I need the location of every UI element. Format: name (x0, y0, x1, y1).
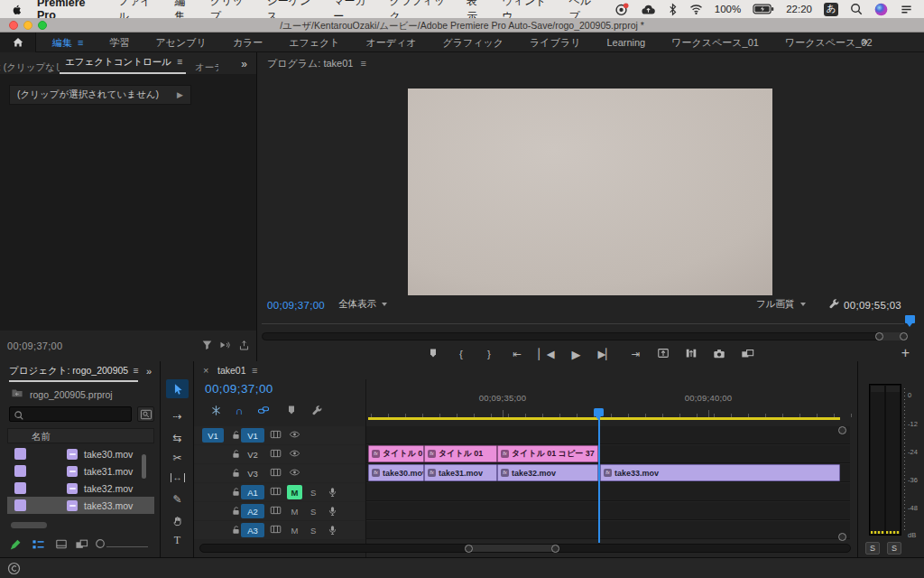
title-clip[interactable]: fxタイトル 01 (424, 445, 497, 462)
workspace-tab-8[interactable]: Learning (606, 37, 645, 48)
workspace-tab-2[interactable]: アセンブリ (155, 36, 206, 50)
video-clip[interactable]: fxtake32.mov (497, 464, 598, 481)
timeline-zoom-handle-left[interactable] (465, 545, 473, 553)
solo-button-A2[interactable]: S (310, 507, 316, 517)
workspace-tab-6[interactable]: グラフィック (443, 36, 504, 50)
snap-icon[interactable]: ∩ (236, 405, 244, 417)
comparison-view-icon[interactable] (741, 348, 754, 361)
track-height-handle-top[interactable] (838, 426, 846, 434)
workspace-tab-3[interactable]: カラー (233, 36, 263, 50)
razor-tool[interactable]: ✂ (166, 448, 189, 467)
ripple-edit-tool[interactable]: ⇆ (166, 428, 189, 447)
project-item-row[interactable]: take32.mov (7, 480, 154, 497)
tab-project[interactable]: プロジェクト: rogo_200905≡ (9, 365, 138, 382)
panel-menu-icon[interactable]: ≡ (360, 58, 365, 69)
fx-badge-icon[interactable]: fx (604, 469, 612, 477)
go-to-in-icon[interactable]: ⇤ (511, 348, 523, 360)
timeline-timecode[interactable]: 00;09;37;00 (205, 382, 273, 396)
program-monitor-title[interactable]: プログラム: take01≡ (267, 57, 366, 70)
selection-tool[interactable] (166, 379, 189, 398)
sync-lock-icon[interactable] (270, 449, 282, 458)
fx-badge-icon[interactable]: fx (372, 469, 380, 477)
track-target-A1[interactable]: A1 (241, 485, 264, 499)
tab-audio-clip-mixer[interactable]: オーディオクリップミキサー (195, 61, 218, 74)
track-lock-icon[interactable] (231, 506, 241, 516)
program-settings-icon[interactable] (828, 298, 840, 310)
tab-effect-controls[interactable]: エフェクトコントロール≡ (60, 56, 186, 74)
video-clip[interactable]: fxtake30.mov (368, 464, 424, 481)
project-item-row[interactable]: take31.mov (7, 462, 154, 480)
program-playhead[interactable] (905, 315, 915, 323)
audio-lane-A3[interactable] (366, 521, 850, 539)
zoom-handle-left[interactable] (875, 332, 883, 340)
battery-charging-icon[interactable] (753, 4, 774, 14)
tab-source-monitor[interactable]: ソース: (クリップなし) (0, 61, 60, 74)
mark-out-icon[interactable]: } (483, 349, 495, 359)
ime-badge[interactable]: あ (824, 3, 838, 16)
title-clip[interactable]: fxタイトル 0 (368, 445, 424, 462)
close-sequence-icon[interactable]: × (203, 365, 208, 376)
solo-button-A1[interactable]: S (310, 488, 316, 498)
project-list-header[interactable]: 名前 (7, 428, 154, 443)
sync-lock-icon[interactable] (270, 430, 282, 439)
voiceover-record-icon[interactable] (328, 487, 337, 498)
project-item-row[interactable]: take33.mov (7, 497, 154, 514)
work-area-bar[interactable] (368, 417, 840, 420)
track-target-V3[interactable]: V3 (241, 466, 264, 480)
fx-badge-icon[interactable]: fx (501, 469, 509, 477)
playback-quality-dropdown[interactable]: フル画質 (756, 298, 806, 311)
lift-icon[interactable] (657, 347, 670, 361)
timeline-ruler[interactable]: 00;09;35;0000;09;40;00 (365, 381, 857, 417)
fx-badge-icon[interactable]: fx (501, 450, 509, 458)
track-lock-icon[interactable] (231, 468, 241, 478)
timeline-settings-icon[interactable] (311, 405, 323, 416)
project-breadcrumb[interactable]: rogo_200905.prproj (30, 389, 113, 400)
workspace-tab-9[interactable]: ワークスペース_01 (671, 36, 759, 50)
label-color-chip[interactable] (14, 465, 26, 477)
video-clip[interactable]: fxtake31.mov (424, 464, 497, 481)
panel-menu-icon[interactable]: ≡ (133, 365, 138, 376)
video-lane-V1[interactable] (366, 426, 850, 444)
notification-center-icon[interactable] (900, 4, 913, 15)
thumbnail-zoom-slider[interactable] (106, 546, 148, 547)
track-output-eye-icon[interactable] (289, 449, 300, 458)
bluetooth-icon[interactable] (668, 3, 678, 16)
sync-lock-icon[interactable] (270, 506, 282, 515)
panel-menu-icon[interactable]: ≡ (78, 37, 83, 48)
video-clip[interactable]: fxtake33.mov (600, 464, 840, 481)
fx-badge-icon[interactable]: fx (428, 450, 436, 458)
workspace-tab-4[interactable]: エフェクト (289, 36, 339, 50)
timeline-zoom-handle-right[interactable] (551, 545, 559, 553)
project-item-row[interactable]: take30.mov (7, 445, 154, 462)
source-patch-V1[interactable]: V1 (202, 428, 224, 443)
track-target-A3[interactable]: A3 (241, 523, 264, 537)
cloud-upload-icon[interactable] (641, 4, 656, 15)
zoom-out-icon[interactable] (95, 538, 106, 549)
step-forward-icon[interactable]: ▶▏ (598, 348, 614, 360)
add-marker-icon[interactable] (286, 405, 297, 415)
workspace-tab-1[interactable]: 学習 (109, 36, 129, 50)
panel-overflow-chevron[interactable]: » (241, 58, 247, 70)
extract-icon[interactable] (685, 347, 698, 361)
workspace-tab-0[interactable]: 編集≡ (52, 36, 83, 50)
label-color-chip[interactable] (14, 448, 26, 460)
track-target-A2[interactable]: A2 (241, 504, 264, 518)
panel-overflow-chevron[interactable]: » (146, 366, 152, 377)
audio-lane-A2[interactable] (366, 502, 850, 520)
audio-lane-A1[interactable] (366, 483, 850, 501)
project-vertical-scrollbar[interactable] (142, 454, 146, 479)
track-target-V1[interactable]: V1 (241, 428, 264, 443)
mark-in-icon[interactable]: { (455, 349, 467, 359)
sync-alert-icon[interactable] (614, 3, 629, 16)
program-video-frame[interactable] (408, 89, 772, 295)
workspace-tab-7[interactable]: ライブラリ (530, 36, 580, 50)
linked-selection-icon[interactable] (257, 405, 270, 415)
track-output-eye-icon[interactable] (289, 468, 300, 477)
preview-play-icon[interactable] (218, 340, 231, 350)
track-lock-icon[interactable] (231, 430, 241, 440)
fx-badge-icon[interactable]: fx (428, 469, 436, 477)
home-button[interactable] (0, 33, 36, 52)
mute-button-A3[interactable]: M (287, 523, 302, 537)
slip-tool[interactable]: ↔ (166, 468, 189, 487)
program-current-timecode[interactable]: 00;09;37;00 (267, 300, 325, 311)
